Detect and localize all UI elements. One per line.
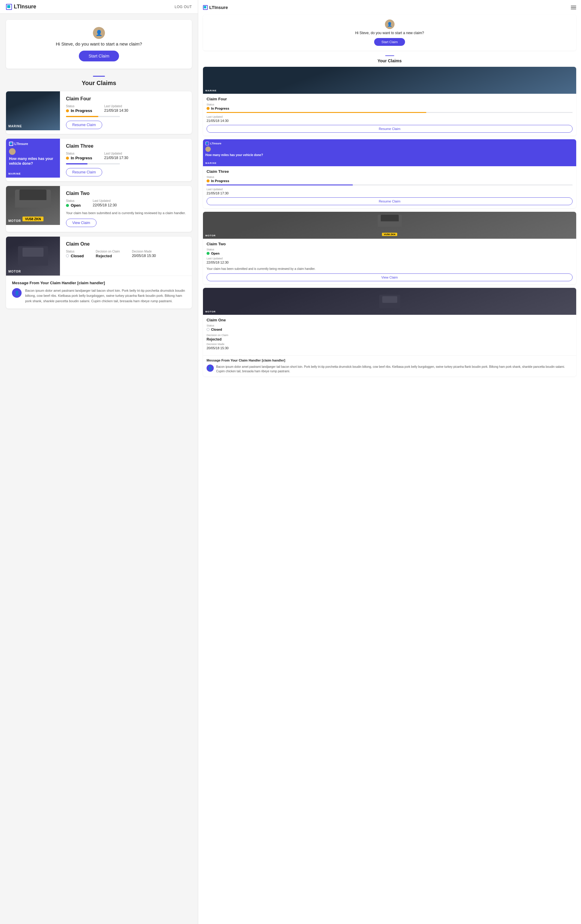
rp-start-claim-button[interactable]: Start Claim [374,38,405,46]
claim-two-view-button[interactable]: View Claim [66,219,96,227]
hamburger-line-3 [571,9,576,9]
rp-claim-one-dot [207,328,210,331]
claim-four-title: Claim Four [66,96,186,102]
claim-card-one: MOTOR Claim One Status Closed Decision o… [6,237,192,309]
claim-four-status-group: Status In Progress [66,104,92,113]
claim-four-progress-fill [66,116,98,117]
rp-claim-four-progress-fill [207,112,426,113]
rp-claim-one-image: MOTOR [203,288,576,315]
logout-button[interactable]: LOG OUT [174,5,192,9]
rp-claim-one-status-label: Status [207,324,573,327]
rp-car-plate: VU58 ZKN [382,233,397,236]
claim-one-message-header: Message From Your Claim Handler [claim h… [12,280,186,285]
claim-two-type-label: MOTOR [8,219,21,223]
rp-claim-one-message-section: Message From Your Claim Handler [claim h… [203,355,576,376]
rp-claim-three-progress-wrap [207,185,573,185]
claim-three-status-label: Status [66,152,92,155]
rp-claim-one-message-body: 👤 Bacon ipsum dolor amet pastrami landja… [207,365,573,373]
claim-four-image: MARINE [6,91,60,130]
rp-claim-four-progress-wrap [207,112,573,113]
rp-claim-two-dot [207,252,210,255]
rp-claim-three-dot [207,180,210,182]
claims-section-header: Your Claims [6,76,192,87]
rp-handler-avatar: 👤 [207,365,214,372]
claim-one-message-text: Bacon ipsum dolor amet pastrami landjaeg… [25,288,186,304]
mini-logo-text: LTInsure [14,142,28,145]
mini-logo-icon [9,142,13,146]
rp-claim-three-progress-fill [207,185,353,185]
hamburger-line-2 [571,7,576,8]
rp-mini-logo-text: LTInsure [210,142,221,145]
claim-two-status-label: Status [66,199,81,203]
claim-three-mini-logo: LTInsure [9,142,57,146]
rp-claim-one-title: Claim One [207,318,573,322]
rp-claim-two-info: Claim Two Status Open Last Updated 22/05… [203,239,576,284]
header: LTInsure LOG OUT [0,0,198,14]
rp-claim-one-decision-label: Decision on Claim [207,334,573,337]
claim-one-info: Claim One Status Closed Decision on Clai… [60,237,192,276]
claim-four-type-label: MARINE [8,125,22,128]
user-avatar: 👤 [93,27,105,39]
claim-four-status-value: In Progress [71,109,92,113]
claim-two-status-value: Open [71,203,81,208]
start-claim-button[interactable]: Start Claim [79,51,119,61]
claim-one-decision-made-group: Decision Made 20/05/18 15:30 [132,250,156,258]
logo: LTInsure [6,3,36,10]
claim-one-status-group: Status Closed [66,250,84,258]
rp-claim-four-resume-button[interactable]: Resume Claim [207,125,573,133]
claim-two-updated-group: Last Updated 22/05/18 12:30 [93,199,117,208]
rp-claim-one-info: Claim One Status Closed Decision on Clai… [203,315,576,355]
rp-welcome-greeting: Hi Steve, do you want to start a new cla… [208,31,571,35]
claim-four-resume-button[interactable]: Resume Claim [66,121,102,129]
rp-mini-avatar [205,147,211,152]
rp-claim-card-one: MOTOR Claim One Status Closed Decision o… [203,288,576,376]
car-plate: VU58 ZKN [23,216,43,221]
rp-claim-two-updated-label: Last Updated [207,257,573,260]
rp-mini-question: How many miles has your vehicle done? [205,153,574,157]
claim-one-status-label: Status [66,250,84,253]
claim-one-decision-made-label: Decision Made [132,250,156,253]
claim-two-image: VU58 ZKN MOTOR [6,186,60,225]
claim-four-progress-wrap [66,116,120,117]
claim-one-title: Claim One [66,241,186,247]
claim-three-status-dot [66,157,69,160]
hamburger-menu[interactable] [571,6,576,9]
rp-header: LTInsure [203,5,576,10]
claims-section-title: Your Claims [6,80,192,87]
rp-claim-one-message-text: Bacon ipsum dolor amet pastrami landjaeg… [216,365,573,373]
rp-claim-four-status: In Progress [211,107,229,110]
rp-claim-two-status-label: Status [207,248,573,251]
rp-claim-four-title: Claim Four [207,97,573,101]
claim-three-type-label: MARINE [8,172,21,175]
rp-claim-three-type: MARINE [205,162,217,165]
rp-claim-three-status-label: Status [207,175,573,178]
rp-claim-one-decision-made-label: Decision Made [207,343,573,346]
rp-claim-two-view-button[interactable]: View Claim [207,274,573,281]
claim-three-image: LTInsure How many miles has your vehicle… [6,139,60,178]
claim-one-decision-value: Rejected [96,254,120,258]
welcome-card: 👤 Hi Steve, do you want to start a new c… [6,20,192,69]
claim-three-status-group: Status In Progress [66,152,92,160]
logo-icon [6,4,12,10]
claim-three-title: Claim Three [66,144,186,149]
claim-four-updated-value: 21/05/18 14:30 [104,109,128,112]
hamburger-line-1 [571,6,576,6]
rp-claims-section-title: Your Claims [203,58,576,63]
rp-claim-three-resume-button[interactable]: Resume Claim [207,197,573,205]
rp-claim-four-updated: 21/05/18 14:30 [207,119,573,122]
rp-claim-card-four: MARINE Claim Four Status In Progress Las… [203,67,576,136]
rp-claim-two-title: Claim Two [207,242,573,246]
rp-claim-four-dot [207,107,210,110]
claim-four-status-dot [66,109,69,112]
rp-claim-two-updated: 22/05/18 12:30 [207,261,573,264]
claim-three-resume-button[interactable]: Resume Claim [66,168,102,177]
rp-user-avatar: 👤 [385,20,394,29]
claim-three-progress-fill [66,163,88,165]
rp-claim-four-image: MARINE [203,67,576,94]
claim-one-message-section: Message From Your Claim Handler [claim h… [6,276,192,309]
claim-three-info: Claim Three Status In Progress Last Upda… [60,139,192,181]
right-panel: LTInsure 👤 Hi Steve, do you want to star… [198,0,581,924]
mini-card-avatar [9,148,16,155]
rp-claim-one-decision-value: Rejected [207,337,573,342]
rp-claim-two-status: Open [211,252,219,255]
